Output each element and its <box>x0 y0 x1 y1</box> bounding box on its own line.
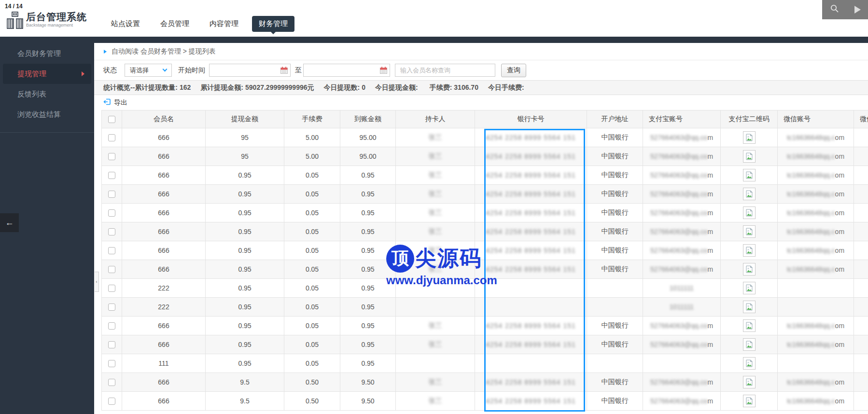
row-checkbox[interactable] <box>108 379 115 386</box>
cell-fee: 0.05 <box>284 166 340 185</box>
search-button[interactable]: 查询 <box>501 64 526 77</box>
cell-wechat-extra <box>854 354 868 373</box>
row-checkbox[interactable] <box>108 322 115 330</box>
cell-cardholder <box>396 279 475 298</box>
cell-bank-name: 中国银行 <box>587 204 643 222</box>
status-select[interactable]: 请选择 <box>125 64 172 77</box>
start-date-input[interactable] <box>209 64 291 77</box>
cell-withdraw-amount: 0.95 <box>206 204 284 222</box>
cell-alipay-qr <box>721 392 778 411</box>
cell-cardholder: 张三 <box>396 166 475 185</box>
cell-fee: 0.50 <box>284 392 340 411</box>
sidebar-item[interactable]: 反馈列表 <box>3 84 91 104</box>
sidebar-item[interactable]: 会员财务管理 <box>3 43 91 64</box>
cell-withdraw-amount: 95 <box>206 147 284 166</box>
image-placeholder-icon[interactable] <box>743 150 756 163</box>
status-select-value: 请选择 <box>130 67 149 74</box>
cell-withdraw-amount: 0.95 <box>206 185 284 204</box>
cell-bank-name: 中国银行 <box>587 128 643 147</box>
collapse-sidebar-button[interactable]: ← <box>0 213 19 232</box>
image-placeholder-icon[interactable] <box>743 357 756 370</box>
nav-tab[interactable]: 财务管理 <box>252 16 294 32</box>
image-placeholder-icon[interactable] <box>743 131 756 144</box>
cell-wechat-extra <box>854 317 868 335</box>
image-placeholder-icon[interactable] <box>743 263 756 276</box>
row-checkbox[interactable] <box>108 228 115 235</box>
table-row: 222 0.95 0.05 0.95 1011111 <box>102 279 868 298</box>
row-checkbox[interactable] <box>108 285 115 292</box>
cell-wechat-extra <box>854 222 868 241</box>
image-placeholder-icon[interactable] <box>743 169 756 181</box>
cell-bank-card-number: 4254 2258 8999 5564 151 <box>475 185 587 204</box>
nav-tab[interactable]: 会员管理 <box>154 16 196 32</box>
cell-bank-name <box>587 279 643 298</box>
row-checkbox[interactable] <box>108 341 115 348</box>
search-icon[interactable] <box>830 4 840 15</box>
row-checkbox[interactable] <box>108 247 115 254</box>
row-checkbox[interactable] <box>108 360 115 367</box>
image-placeholder-icon[interactable] <box>743 207 756 219</box>
table-row: 666 95 5.00 95.00 张三 4254 2258 8999 5564… <box>102 128 868 147</box>
image-placeholder-icon[interactable] <box>743 225 756 238</box>
app-subtitle: Backstage management <box>26 23 87 28</box>
select-all-checkbox[interactable] <box>108 116 115 123</box>
member-name-input[interactable] <box>395 64 495 77</box>
cell-cardholder: 张三 <box>396 317 475 335</box>
cell-fee: 0.05 <box>284 222 340 241</box>
cell-received-amount: 0.95 <box>340 317 396 335</box>
image-placeholder-icon[interactable] <box>743 376 756 388</box>
cell-bank-name: 中国银行 <box>587 260 643 279</box>
table-row: 666 0.95 0.05 0.95 张三 4254 2258 8999 556… <box>102 260 868 279</box>
cell-member-name: 666 <box>122 260 206 279</box>
cell-bank-name <box>587 354 643 373</box>
cell-member-name: 222 <box>122 298 206 317</box>
dark-divider-strip <box>94 37 868 43</box>
image-placeholder-icon[interactable] <box>743 244 756 257</box>
cell-member-name: 666 <box>122 204 206 222</box>
row-checkbox[interactable] <box>108 191 115 198</box>
image-placeholder-icon[interactable] <box>743 319 756 332</box>
image-placeholder-icon[interactable] <box>743 338 756 351</box>
cell-bank-card-number: 4254 2258 8999 5564 151 <box>475 147 587 166</box>
cell-wechat-account: tc16636648qq.com <box>778 335 854 354</box>
cell-alipay-qr <box>721 128 778 147</box>
row-checkbox[interactable] <box>108 134 115 141</box>
row-checkbox[interactable] <box>108 304 115 311</box>
cell-bank-name: 中国银行 <box>587 222 643 241</box>
image-placeholder-icon[interactable] <box>743 188 756 200</box>
sidebar-item[interactable]: 提现管理 <box>3 64 91 84</box>
row-checkbox[interactable] <box>108 266 115 273</box>
play-icon[interactable] <box>854 6 861 14</box>
sidebar-item[interactable]: 浏览收益结算 <box>3 104 91 124</box>
cell-received-amount: 0.95 <box>340 166 396 185</box>
row-checkbox[interactable] <box>108 209 115 217</box>
end-date-input[interactable] <box>303 64 390 77</box>
cell-member-name: 666 <box>122 335 206 354</box>
image-placeholder-icon[interactable] <box>743 301 756 313</box>
row-checkbox[interactable] <box>108 172 115 179</box>
cell-bank-card-number <box>475 354 587 373</box>
row-checkbox[interactable] <box>108 398 115 405</box>
cell-withdraw-amount: 95 <box>206 128 284 147</box>
image-placeholder-icon[interactable] <box>743 282 756 294</box>
page-counter: 14 / 14 <box>5 3 23 10</box>
cell-wechat-extra <box>854 298 868 317</box>
column-header: 支付宝二维码 <box>721 110 778 128</box>
cell-wechat-account: tc16636648qq.com <box>778 317 854 335</box>
row-checkbox[interactable] <box>108 153 115 160</box>
cell-alipay-qr <box>721 354 778 373</box>
collapse-handle[interactable]: ‹ <box>95 272 99 292</box>
cell-received-amount: 0.95 <box>340 354 396 373</box>
cell-wechat-extra <box>854 204 868 222</box>
table-row: 666 0.95 0.05 0.95 张三 4254 2258 8999 556… <box>102 317 868 335</box>
cell-wechat-account: tc16636648qq.com <box>778 241 854 260</box>
nav-tab[interactable]: 站点设置 <box>104 16 147 32</box>
nav-tab[interactable]: 内容管理 <box>203 16 245 32</box>
cell-received-amount: 0.95 <box>340 222 396 241</box>
image-placeholder-icon[interactable] <box>743 395 756 407</box>
cell-alipay-qr <box>721 373 778 392</box>
app-title: 后台管理系统 <box>26 12 87 22</box>
export-button[interactable]: 导出 <box>103 98 127 107</box>
table-row: 111 0.95 0.05 0.95 <box>102 354 868 373</box>
cell-member-name: 666 <box>122 317 206 335</box>
